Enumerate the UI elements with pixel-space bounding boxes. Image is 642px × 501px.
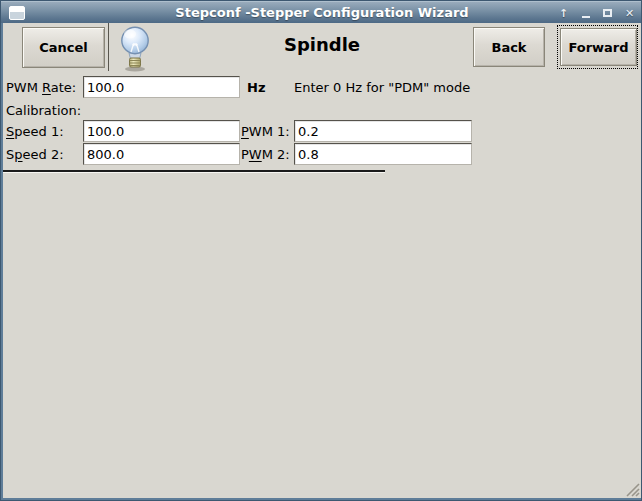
window-title: Stepconf -Stepper Configuration Wizard — [1, 2, 642, 24]
stepconf-window: Stepconf -Stepper Configuration Wizard ↑… — [0, 0, 642, 501]
wizard-content: Cancel — [3, 23, 641, 498]
speed1-input[interactable] — [83, 120, 240, 142]
section-separator — [3, 170, 385, 173]
calibration-label: Calibration: — [6, 103, 81, 118]
pdm-hint-label: Enter 0 Hz for "PDM" mode — [294, 80, 470, 95]
speed1-label: Speed 1: — [6, 124, 64, 139]
shade-icon[interactable]: ↑ — [556, 4, 571, 22]
pwm2-label: PWM 2: — [241, 147, 290, 162]
pwm-rate-label: PWM Rate: — [6, 80, 76, 95]
back-button[interactable]: Back — [473, 27, 545, 67]
resize-grip-icon[interactable] — [623, 480, 640, 497]
pwm2-input[interactable] — [294, 143, 472, 165]
speed2-input[interactable] — [83, 143, 240, 165]
close-icon[interactable]: ✕ — [622, 4, 637, 22]
speed2-label: Speed 2: — [6, 147, 64, 162]
page-title: Spindle — [3, 34, 641, 55]
maximize-icon[interactable] — [600, 4, 615, 22]
pwm1-input[interactable] — [294, 120, 472, 142]
hz-unit-label: Hz — [247, 80, 265, 95]
minimize-icon[interactable] — [578, 4, 593, 22]
window-controls: ↑ ✕ — [556, 2, 637, 24]
pwm1-label: PWM 1: — [241, 124, 290, 139]
pwm-rate-input[interactable] — [83, 76, 240, 98]
forward-focus-ring: Forward — [557, 25, 638, 69]
titlebar[interactable]: Stepconf -Stepper Configuration Wizard ↑… — [1, 1, 642, 23]
forward-button[interactable]: Forward — [560, 28, 637, 66]
